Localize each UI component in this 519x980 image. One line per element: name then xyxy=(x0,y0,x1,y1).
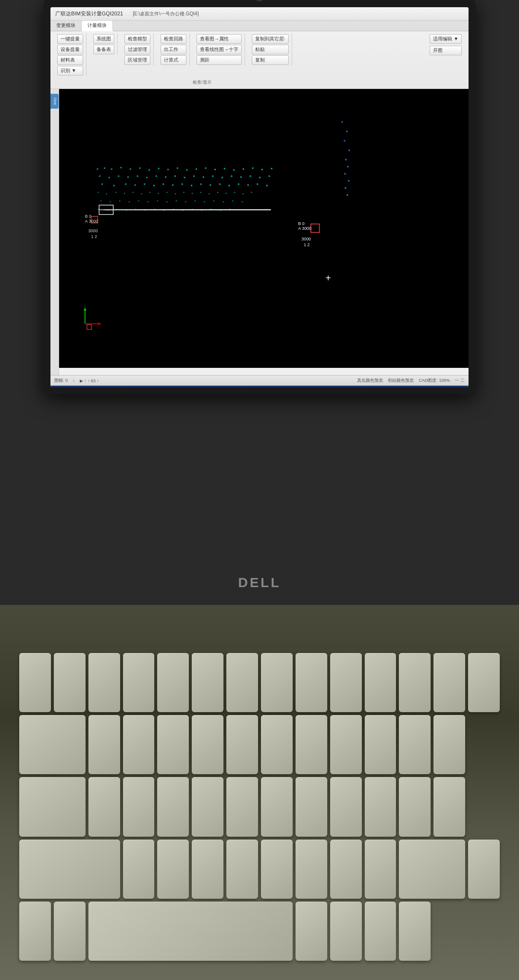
camera xyxy=(256,0,263,1)
key[interactable] xyxy=(19,653,51,712)
key[interactable] xyxy=(226,777,258,836)
btn-measure-dist[interactable]: 测距 xyxy=(197,55,242,65)
btn-material-list[interactable]: 材料表 xyxy=(57,55,83,65)
keyboard-area xyxy=(0,605,519,980)
key[interactable] xyxy=(330,715,362,774)
key[interactable] xyxy=(365,653,396,712)
key[interactable] xyxy=(365,902,396,961)
key[interactable] xyxy=(88,777,120,836)
btn-copy-to-other[interactable]: 复制到其它层· xyxy=(252,34,289,44)
key[interactable] xyxy=(261,840,293,899)
key[interactable] xyxy=(468,840,500,899)
key[interactable] xyxy=(157,653,189,712)
key[interactable] xyxy=(399,715,431,774)
key[interactable] xyxy=(192,715,223,774)
btn-identify[interactable]: 识别 ▼ xyxy=(57,66,83,75)
key[interactable] xyxy=(399,840,465,899)
key[interactable] xyxy=(365,777,396,836)
toolbar-bottom-label: 检查/显示 xyxy=(193,79,211,86)
key[interactable] xyxy=(399,653,431,712)
key[interactable] xyxy=(157,715,189,774)
status-field-7: 一 二 xyxy=(455,377,465,384)
key[interactable] xyxy=(330,777,362,836)
screen-bezel: 广联达BIM安装计量GQI2021 [E:\桌面文件\一号办公楼.GQI4] 变… xyxy=(43,0,476,394)
key[interactable] xyxy=(365,715,396,774)
key[interactable] xyxy=(296,715,327,774)
toolbar-tabs: 变更模块 计量模块 xyxy=(50,21,469,31)
key[interactable] xyxy=(157,840,189,899)
key[interactable] xyxy=(330,840,362,899)
key[interactable] xyxy=(19,840,120,899)
key[interactable] xyxy=(192,840,223,899)
btn-output-work[interactable]: 出工作 xyxy=(161,45,186,54)
key[interactable] xyxy=(192,653,223,712)
btn-check-model[interactable]: 检查模型 xyxy=(124,34,150,44)
key[interactable] xyxy=(433,777,465,836)
key[interactable] xyxy=(365,840,396,899)
key[interactable] xyxy=(296,840,327,899)
key[interactable] xyxy=(123,715,155,774)
btn-filter-manage[interactable]: 过滤管理 xyxy=(124,45,150,54)
taskbar: 📁 ● ▶ G ▲ ⊞ 📋 xyxy=(50,386,469,387)
btn-view-linear[interactable]: 查看线性图→十字 xyxy=(197,45,242,54)
status-field-1: 图幅: 0 xyxy=(54,377,68,384)
keyboard-keys xyxy=(10,643,509,970)
btn-equipment-list[interactable]: 备备表 xyxy=(93,45,114,54)
toolbar-section-4: 检查回路 出工作 计算式 xyxy=(158,33,190,66)
key[interactable] xyxy=(261,653,293,712)
key[interactable] xyxy=(54,653,86,712)
btn-open-drawing[interactable]: 开图 xyxy=(430,46,462,55)
tab-measure-type[interactable]: 计量模块 xyxy=(82,21,113,31)
sidebar-tab-one[interactable]: One xyxy=(50,94,59,109)
toolbar-section-2: 系统图 备备表 xyxy=(90,33,118,55)
key[interactable] xyxy=(296,902,327,961)
key[interactable] xyxy=(19,777,86,836)
status-field-4: 真实颜色预览 xyxy=(357,377,383,384)
key[interactable] xyxy=(123,840,155,899)
btn-calculate[interactable]: 计算式 xyxy=(161,55,186,65)
key[interactable] xyxy=(399,777,431,836)
key[interactable] xyxy=(88,715,120,774)
cad-canvas: B 0 A 3000 3000 1 2 B 0 A 3000 3000 1 2 … xyxy=(59,89,469,368)
btn-apply-edit[interactable]: 适用编辑 ▼ xyxy=(430,34,462,44)
btn-area-manage[interactable]: 区域管理 xyxy=(124,55,150,65)
key[interactable] xyxy=(468,653,500,712)
key[interactable] xyxy=(19,902,51,961)
title-file-path: [E:\桌面文件\一号办公楼.GQI4] xyxy=(133,11,198,17)
key[interactable] xyxy=(226,715,258,774)
key[interactable] xyxy=(157,777,189,836)
btn-system-diagram[interactable]: 系统图 xyxy=(93,34,114,44)
key[interactable] xyxy=(123,777,155,836)
tab-change-type[interactable]: 变更模块 xyxy=(50,21,82,31)
key[interactable] xyxy=(19,715,86,774)
btn-copy[interactable]: 复制 xyxy=(252,55,289,65)
toolbar-section-5: 查看图→属性 查看线性图→十字 测距 xyxy=(194,33,245,66)
key[interactable] xyxy=(226,653,258,712)
key[interactable] xyxy=(226,840,258,899)
key[interactable] xyxy=(433,715,465,774)
key[interactable] xyxy=(330,902,362,961)
status-field-2: ↑ xyxy=(73,378,75,383)
btn-check-circuit[interactable]: 检查回路 xyxy=(161,34,186,44)
spacebar-key[interactable] xyxy=(88,902,293,961)
key[interactable] xyxy=(192,777,223,836)
key[interactable] xyxy=(433,653,465,712)
btn-one-key-measure[interactable]: 一键提量 xyxy=(57,34,83,44)
key[interactable] xyxy=(261,777,293,836)
key[interactable] xyxy=(296,777,327,836)
toolbar: 一键提量 设备提量 材料表 识别 ▼ 系统图 备备表 检查模型 过滤管理 区域管… xyxy=(50,31,469,89)
toolbar-section-3: 检查模型 过滤管理 区域管理 xyxy=(122,33,154,66)
btn-view-property[interactable]: 查看图→属性 xyxy=(197,34,242,44)
cad-viewport[interactable]: B 0 A 3000 3000 1 2 B 0 A 3000 3000 1 2 … xyxy=(59,89,469,368)
key[interactable] xyxy=(330,653,362,712)
key[interactable] xyxy=(399,902,431,961)
key[interactable] xyxy=(88,653,120,712)
key[interactable] xyxy=(123,653,155,712)
status-bar: 图幅: 0 ↑ ▶ ↑ ↑ 63 ↑ 真实颜色预览 初始颜色预览 CAD图度: … xyxy=(50,375,469,386)
toolbar-section-1: 一键提量 设备提量 材料表 识别 ▼ xyxy=(54,33,86,76)
btn-device-measure[interactable]: 设备提量 xyxy=(57,45,83,54)
btn-paste[interactable]: 粘贴 xyxy=(252,45,289,54)
key[interactable] xyxy=(261,715,293,774)
key[interactable] xyxy=(54,902,86,961)
key[interactable] xyxy=(296,653,327,712)
